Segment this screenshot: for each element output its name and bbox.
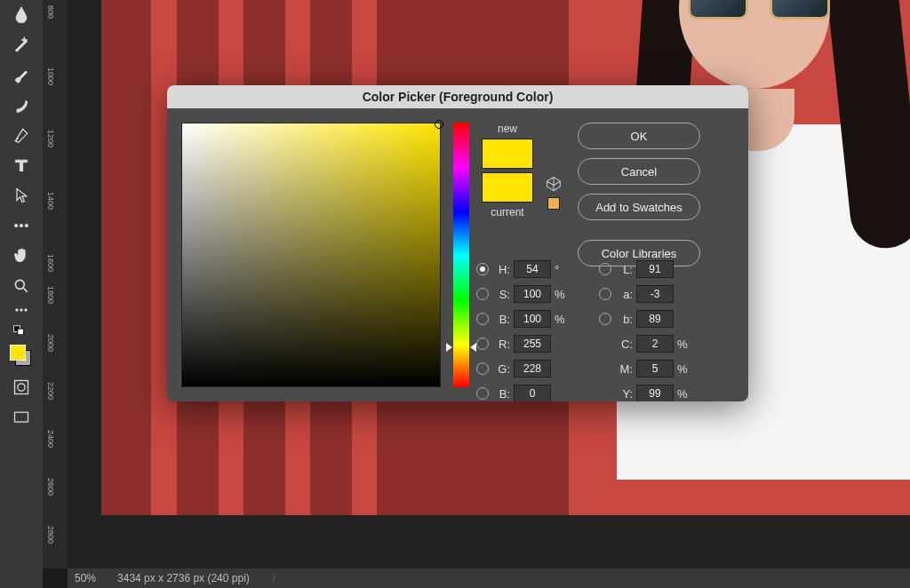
m-input[interactable] — [636, 360, 674, 377]
screenmode-icon[interactable] — [11, 407, 32, 428]
closest-gamut-swatch[interactable] — [547, 197, 560, 210]
b3-input[interactable] — [636, 310, 674, 328]
a-input[interactable] — [636, 285, 674, 303]
r-input[interactable] — [514, 335, 551, 353]
svg-rect-11 — [15, 412, 28, 422]
svg-point-5 — [20, 309, 23, 312]
cancel-button[interactable]: Cancel — [578, 158, 700, 185]
hue-marker-left-icon — [446, 343, 452, 352]
blur-tool-icon[interactable] — [11, 4, 32, 25]
b-input[interactable] — [514, 310, 551, 328]
new-color-swatch — [482, 139, 533, 169]
svg-point-10 — [18, 384, 25, 391]
svg-point-4 — [16, 309, 19, 312]
zoom-level[interactable]: 50% — [75, 572, 96, 584]
b2-input[interactable] — [514, 385, 551, 401]
c-input[interactable] — [636, 335, 674, 353]
foreground-color-swatch[interactable] — [10, 345, 26, 361]
edit-toolbar-icon[interactable] — [11, 306, 32, 314]
hue-marker-right-icon — [470, 343, 476, 352]
fg-bg-color-swatches[interactable] — [10, 345, 33, 368]
left-toolbar — [0, 0, 43, 588]
h-input[interactable] — [514, 260, 551, 278]
brush-tool-icon[interactable] — [11, 64, 32, 85]
g-input[interactable] — [514, 360, 551, 377]
radio-b3[interactable] — [599, 313, 611, 325]
svg-point-6 — [25, 309, 28, 312]
color-picker-dialog: Color Picker (Foreground Color) new curr… — [167, 85, 748, 401]
current-color-swatch[interactable] — [482, 172, 533, 203]
radio-h[interactable] — [476, 263, 489, 275]
svg-point-1 — [20, 224, 22, 226]
chevron-right-icon[interactable]: 〉 — [271, 571, 282, 586]
document-info[interactable]: 3434 px x 2736 px (240 ppi) — [117, 572, 250, 584]
svg-point-3 — [15, 280, 24, 289]
radio-r[interactable] — [476, 338, 489, 350]
vertical-ruler: 800 1000 1200 1400 1600 1800 2000 2200 2… — [43, 0, 68, 568]
dialog-title: Color Picker (Foreground Color) — [167, 85, 748, 108]
gamut-warning-icon[interactable] — [546, 176, 562, 192]
saturation-value-field[interactable] — [181, 123, 441, 387]
zoom-tool-icon[interactable] — [11, 275, 32, 297]
direct-select-tool-icon[interactable] — [11, 185, 32, 206]
y-input[interactable] — [636, 385, 674, 401]
ok-button[interactable]: OK — [578, 123, 700, 149]
more-tools-icon[interactable] — [11, 215, 32, 236]
svg-rect-8 — [18, 329, 24, 335]
smudge-tool-icon[interactable] — [11, 94, 32, 115]
hue-slider[interactable] — [453, 123, 469, 387]
pen-tool-icon[interactable] — [11, 124, 32, 146]
add-to-swatches-button[interactable]: Add to Swatches — [578, 194, 700, 220]
svg-rect-9 — [15, 381, 28, 394]
wand-tool-icon[interactable] — [11, 34, 32, 55]
quickmask-icon[interactable] — [11, 377, 32, 398]
sv-cursor-icon — [435, 120, 443, 129]
hand-tool-icon[interactable] — [11, 245, 32, 266]
type-tool-icon[interactable] — [11, 155, 32, 176]
radio-s[interactable] — [476, 288, 489, 300]
radio-a[interactable] — [599, 288, 611, 300]
l-input[interactable] — [636, 260, 674, 278]
s-input[interactable] — [514, 285, 551, 303]
radio-b[interactable] — [476, 313, 489, 325]
radio-l[interactable] — [599, 263, 611, 275]
radio-b2[interactable] — [476, 387, 489, 400]
svg-point-0 — [15, 224, 18, 226]
status-bar: 50% 3434 px x 2736 px (240 ppi) 〉 — [68, 568, 910, 588]
radio-g[interactable] — [476, 362, 489, 375]
new-label: new — [498, 123, 517, 135]
svg-point-2 — [25, 224, 28, 226]
default-colors-icon[interactable] — [11, 323, 32, 336]
current-label: current — [491, 206, 523, 219]
